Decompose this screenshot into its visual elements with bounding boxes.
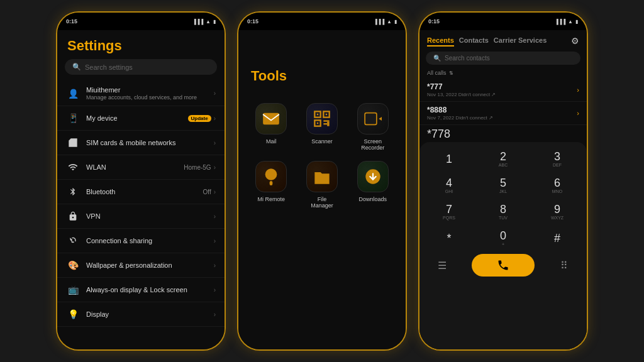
status-bar-2: 0:15 ▐▐▐ ▲ ▮ <box>238 13 406 30</box>
chevron-icon: › <box>214 238 216 244</box>
downloads-icon <box>357 161 389 192</box>
settings-item-connection[interactable]: Connection & sharing › <box>57 229 225 253</box>
mail-icon <box>255 103 287 134</box>
key-star[interactable]: * <box>423 226 475 250</box>
keypad-grid: 1 2ABC 3DEF 4GHI 5JKL 6MNO 7PQRS 8TUV 9W… <box>423 147 583 250</box>
all-calls-filter[interactable]: All calls ⇅ <box>419 67 587 79</box>
key-7[interactable]: 7PQRS <box>423 200 475 224</box>
mi-remote-icon <box>255 161 287 192</box>
signal-icon: ▐▐▐ <box>192 19 203 25</box>
svg-rect-13 <box>270 181 273 185</box>
connection-icon <box>66 234 80 248</box>
wlan-icon <box>66 160 80 174</box>
screen-recorder-label: ScreenRecorder <box>361 138 384 151</box>
dialer-settings-icon[interactable]: ⚙ <box>571 36 579 46</box>
phone-tools: 0:15 ▐▐▐ ▲ ▮ Tools Mail Scanner <box>237 11 407 351</box>
settings-item-bluetooth[interactable]: Bluetooth Off › <box>57 180 225 204</box>
dialpad-menu-icon[interactable]: ☰ <box>430 260 455 272</box>
dialer-tabs: Recents Contacts Carrier Services <box>427 35 547 47</box>
tool-mi-remote[interactable]: Mi Remote <box>251 161 292 209</box>
update-badge: Update <box>188 115 211 122</box>
status-bar-1: 0:15 ▐▐▐ ▲ ▮ <box>57 13 225 30</box>
bluetooth-content: Bluetooth <box>86 188 197 195</box>
key-0[interactable]: 0+ <box>477 226 529 250</box>
settings-item-mydevice[interactable]: 📱 My device Update › <box>57 106 225 131</box>
status-bar-3: 0:15 ▐▐▐ ▲ ▮ <box>419 13 587 30</box>
key-9[interactable]: 9WXYZ <box>531 200 583 224</box>
dialer-top-bar: Recents Contacts Carrier Services ⚙ <box>419 30 587 49</box>
status-icons-1: ▐▐▐ ▲ ▮ <box>192 19 216 25</box>
vpn-title: VPN <box>86 212 208 220</box>
tool-file-manager[interactable]: FileManager <box>302 161 343 209</box>
display-icon: 💡 <box>66 307 80 321</box>
settings-item-vpn[interactable]: VPN › <box>57 204 225 229</box>
wallpaper-content: Wallpaper & personalization <box>86 261 208 269</box>
tab-contacts[interactable]: Contacts <box>459 35 489 47</box>
chevron-icon: › <box>214 262 216 269</box>
chevron-icon: › <box>214 189 216 195</box>
time-3: 0:15 <box>428 18 440 25</box>
tool-scanner[interactable]: Scanner <box>302 103 343 151</box>
settings-item-miuithemer[interactable]: 👤 Miuithemer Manage accounts, cloud serv… <box>57 81 225 106</box>
wlan-title: WLAN <box>86 163 177 171</box>
file-manager-icon <box>306 161 338 192</box>
phone-dialer: 0:15 ▐▐▐ ▲ ▮ Recents Contacts Carrier Se… <box>418 11 588 351</box>
keypad-grid-icon[interactable]: ⠿ <box>552 260 577 272</box>
mail-label: Mail <box>266 138 277 145</box>
tab-recents[interactable]: Recents <box>427 35 454 47</box>
time-2: 0:15 <box>247 18 258 25</box>
signal-icon-2: ▐▐▐ <box>374 19 384 25</box>
tools-screen: Tools Mail Scanner ScreenRecorder <box>238 30 406 349</box>
vpn-icon <box>66 209 80 223</box>
tool-screen-recorder[interactable]: ScreenRecorder <box>352 103 393 151</box>
key-5[interactable]: 5JKL <box>477 173 529 197</box>
miuithemer-title: Miuithemer <box>86 86 208 94</box>
tool-downloads[interactable]: Downloads <box>352 161 393 209</box>
key-1[interactable]: 1 <box>423 147 475 171</box>
settings-item-lockscreen[interactable]: 📺 Always-on display & Lock screen › <box>57 278 225 302</box>
settings-item-wallpaper[interactable]: 🎨 Wallpaper & personalization › <box>57 253 225 278</box>
key-4[interactable]: 4GHI <box>423 173 475 197</box>
sim-title: SIM cards & mobile networks <box>86 139 208 146</box>
tool-mail[interactable]: Mail <box>251 103 292 151</box>
dialer-search[interactable]: 🔍 Search contacts <box>426 52 580 65</box>
svg-rect-8 <box>323 123 327 124</box>
mydevice-icon: 📱 <box>66 111 80 125</box>
tab-carrier-services[interactable]: Carrier Services <box>494 35 547 47</box>
key-hash[interactable]: # <box>531 226 583 250</box>
call-8888-number: *8888 <box>427 106 577 114</box>
svg-point-12 <box>265 168 277 180</box>
mydevice-content: My device <box>86 114 182 122</box>
key-6[interactable]: 6MNO <box>531 173 583 197</box>
battery-icon: ▮ <box>213 19 216 25</box>
call-777-arrow: › <box>577 86 579 94</box>
settings-item-display[interactable]: 💡 Display › <box>57 302 225 327</box>
status-icons-2: ▐▐▐ ▲ ▮ <box>374 19 397 25</box>
tools-title: Tools <box>238 30 406 97</box>
connection-title: Connection & sharing <box>86 237 208 244</box>
vpn-content: VPN <box>86 212 208 220</box>
dialer-search-icon: 🔍 <box>433 55 441 62</box>
call-button[interactable] <box>472 254 535 277</box>
settings-item-wlan[interactable]: WLAN Home-5G › <box>57 155 225 180</box>
dialer-screen: Recents Contacts Carrier Services ⚙ 🔍 Se… <box>419 30 587 349</box>
key-2[interactable]: 2ABC <box>477 147 529 171</box>
key-3[interactable]: 3DEF <box>531 147 583 171</box>
settings-item-sim[interactable]: SIM cards & mobile networks › <box>57 131 225 155</box>
search-bar[interactable]: 🔍 Search settings <box>65 59 217 75</box>
miuithemer-content: Miuithemer Manage accounts, cloud servic… <box>86 86 208 101</box>
recent-call-8888[interactable]: *8888 Nov 7, 2022 Didn't connect ↗ › <box>419 102 587 125</box>
scanner-icon <box>306 103 338 134</box>
all-calls-label: All calls <box>427 70 447 76</box>
time-1: 0:15 <box>66 18 77 25</box>
wlan-content: WLAN <box>86 163 177 171</box>
bluetooth-title: Bluetooth <box>86 188 197 195</box>
key-8[interactable]: 8TUV <box>477 200 529 224</box>
keypad-bottom: ☰ ⠿ <box>423 253 583 278</box>
wlan-right: Home-5G › <box>184 164 216 171</box>
scanner-label: Scanner <box>311 138 333 145</box>
recent-call-777[interactable]: *777 Nov 13, 2022 Didn't connect ↗ › <box>419 79 587 102</box>
svg-marker-11 <box>379 115 382 123</box>
chevron-icon: › <box>214 213 216 220</box>
chevron-icon: › <box>214 115 216 122</box>
